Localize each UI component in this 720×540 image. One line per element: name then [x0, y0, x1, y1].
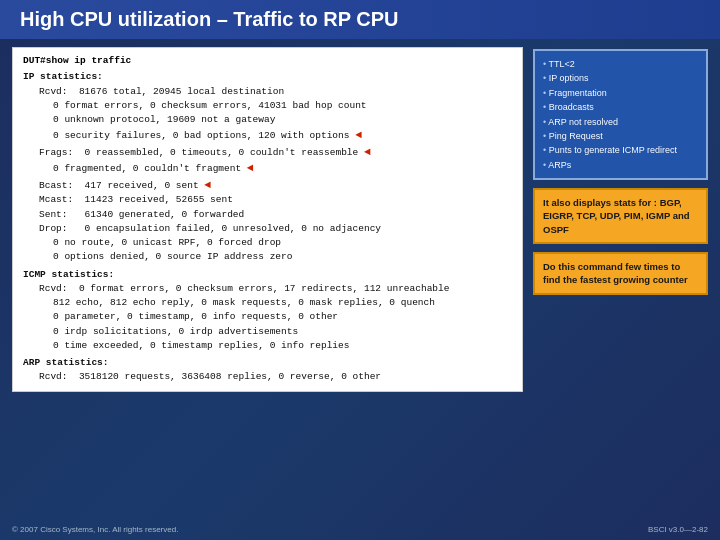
terminal-line-bcast: Bcast: 417 received, 0 sent ◄ — [23, 177, 512, 194]
terminal-line-frags: Frags: 0 reassembled, 0 timeouts, 0 coul… — [23, 144, 512, 161]
terminal-line-format: 0 format errors, 0 checksum errors, 4103… — [23, 99, 512, 113]
command-line: DUT#show ip traffic — [23, 54, 512, 68]
terminal-box: DUT#show ip traffic IP statistics: Rcvd:… — [12, 47, 523, 392]
bullet-item-ipoptions: IP options — [543, 71, 698, 85]
bullet-item-fragmentation: Fragmentation — [543, 86, 698, 100]
terminal-line-security: 0 security failures, 0 bad options, 120 … — [23, 127, 512, 144]
slide: High CPU utilization – Traffic to RP CPU… — [0, 0, 720, 540]
footer: © 2007 Cisco Systems, Inc. All rights re… — [0, 525, 720, 534]
callout-box-text: Do this command few times to find the fa… — [543, 261, 688, 285]
terminal-line-arp-stats: ARP statistics: — [23, 356, 512, 370]
terminal-line-icmp-rcvd: Rcvd: 0 format errors, 0 checksum errors… — [23, 282, 512, 296]
terminal-line-options-denied: 0 options denied, 0 source IP address ze… — [23, 250, 512, 264]
arrow-options: ◄ — [355, 129, 362, 141]
slide-title: High CPU utilization – Traffic to RP CPU — [20, 8, 399, 31]
terminal-line-ip-stats: IP statistics: — [23, 70, 512, 84]
title-bar: High CPU utilization – Traffic to RP CPU — [0, 0, 720, 39]
info-box: It also displays stats for : BGP, EIGRP,… — [533, 188, 708, 244]
terminal-line-unknown: 0 unknown protocol, 19609 not a gateway — [23, 113, 512, 127]
bullet-box: TTL<2 IP options Fragmentation Broadcast… — [533, 49, 708, 180]
callout-box: Do this command few times to find the fa… — [533, 252, 708, 295]
bullet-item-punts: Punts to generate ICMP redirect — [543, 143, 698, 157]
terminal-line-drop: Drop: 0 encapsulation failed, 0 unresolv… — [23, 222, 512, 236]
terminal-line-time: 0 time exceeded, 0 timestamp replies, 0 … — [23, 339, 512, 353]
bullet-item-ttl: TTL<2 — [543, 57, 698, 71]
terminal-line-sent: Sent: 61340 generated, 0 forwarded — [23, 208, 512, 222]
bullet-item-ping-request: Ping Request — [543, 129, 698, 143]
arrow-fragmented: ◄ — [247, 162, 254, 174]
bullet-item-arp-not-resolved: ARP not resolved — [543, 115, 698, 129]
terminal-line-noroute: 0 no route, 0 unicast RPF, 0 forced drop — [23, 236, 512, 250]
terminal-line-param: 0 parameter, 0 timestamp, 0 info request… — [23, 310, 512, 324]
terminal-line-arp-rcvd: Rcvd: 3518120 requests, 3636408 replies,… — [23, 370, 512, 384]
terminal-line-rcvd: Rcvd: 81676 total, 20945 local destinati… — [23, 85, 512, 99]
right-panel: TTL<2 IP options Fragmentation Broadcast… — [533, 47, 708, 392]
bullet-list: TTL<2 IP options Fragmentation Broadcast… — [543, 57, 698, 172]
arrow-bcast: ◄ — [204, 179, 211, 191]
terminal-line-icmp-stats: ICMP statistics: — [23, 268, 512, 282]
bullet-item-arps: ARPs — [543, 158, 698, 172]
info-box-text: It also displays stats for : BGP, EIGRP,… — [543, 197, 690, 235]
terminal-line-fragmented: 0 fragmented, 0 couldn't fragment ◄ — [23, 160, 512, 177]
terminal-section: DUT#show ip traffic IP statistics: Rcvd:… — [12, 47, 523, 392]
terminal-line-irdp: 0 irdp solicitations, 0 irdp advertiseme… — [23, 325, 512, 339]
terminal-line-mcast: Mcast: 11423 received, 52655 sent — [23, 193, 512, 207]
bullet-item-broadcasts: Broadcasts — [543, 100, 698, 114]
footer-version: BSCI v3.0—2-82 — [648, 525, 708, 534]
terminal-line-echo: 812 echo, 812 echo reply, 0 mask request… — [23, 296, 512, 310]
footer-copyright: © 2007 Cisco Systems, Inc. All rights re… — [12, 525, 178, 534]
arrow-frags: ◄ — [364, 146, 371, 158]
content-area: DUT#show ip traffic IP statistics: Rcvd:… — [0, 39, 720, 400]
